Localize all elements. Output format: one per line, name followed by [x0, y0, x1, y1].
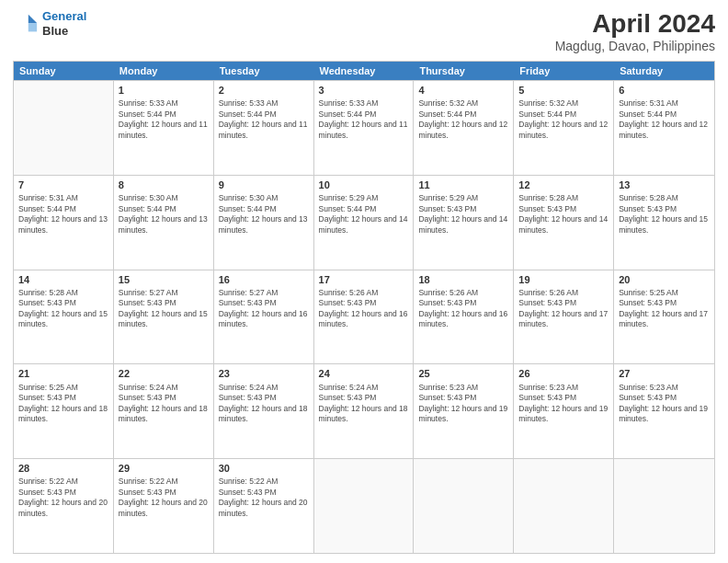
calendar-cell: 22Sunrise: 5:24 AMSunset: 5:43 PMDayligh… — [114, 364, 214, 458]
day-info: Sunrise: 5:24 AMSunset: 5:43 PMDaylight:… — [319, 383, 409, 425]
day-info: Sunrise: 5:26 AMSunset: 5:43 PMDaylight:… — [319, 288, 409, 330]
calendar-header-cell-wednesday: Wednesday — [314, 62, 415, 80]
logo-icon — [13, 11, 39, 37]
day-number: 28 — [18, 462, 108, 475]
calendar-cell: 11Sunrise: 5:29 AMSunset: 5:43 PMDayligh… — [414, 176, 514, 270]
calendar-cell — [14, 81, 114, 175]
calendar-cell — [414, 459, 514, 553]
day-number: 13 — [619, 178, 710, 191]
day-info: Sunrise: 5:29 AMSunset: 5:44 PMDaylight:… — [319, 193, 409, 236]
calendar-header-cell-sunday: Sunday — [14, 62, 114, 80]
day-info: Sunrise: 5:25 AMSunset: 5:43 PMDaylight:… — [18, 383, 108, 425]
day-number: 9 — [219, 178, 309, 191]
calendar-cell: 9Sunrise: 5:30 AMSunset: 5:44 PMDaylight… — [214, 176, 314, 270]
calendar-cell: 16Sunrise: 5:27 AMSunset: 5:43 PMDayligh… — [214, 270, 314, 364]
day-number: 27 — [619, 367, 710, 380]
month-title: April 2024 — [555, 9, 715, 39]
calendar-cell: 6Sunrise: 5:31 AMSunset: 5:44 PMDaylight… — [614, 81, 714, 175]
day-number: 16 — [219, 273, 309, 286]
calendar-cell: 1Sunrise: 5:33 AMSunset: 5:44 PMDaylight… — [114, 81, 214, 175]
calendar-week-2: 7Sunrise: 5:31 AMSunset: 5:44 PMDaylight… — [14, 175, 714, 270]
calendar-cell: 15Sunrise: 5:27 AMSunset: 5:43 PMDayligh… — [114, 270, 214, 364]
day-info: Sunrise: 5:27 AMSunset: 5:43 PMDaylight:… — [119, 288, 209, 330]
day-info: Sunrise: 5:33 AMSunset: 5:44 PMDaylight:… — [219, 98, 309, 141]
logo: General Blue — [13, 9, 86, 38]
calendar-cell: 26Sunrise: 5:23 AMSunset: 5:43 PMDayligh… — [514, 364, 614, 458]
day-info: Sunrise: 5:33 AMSunset: 5:44 PMDaylight:… — [119, 98, 209, 141]
calendar-cell: 12Sunrise: 5:28 AMSunset: 5:43 PMDayligh… — [514, 176, 614, 270]
day-info: Sunrise: 5:30 AMSunset: 5:44 PMDaylight:… — [119, 193, 209, 236]
day-info: Sunrise: 5:29 AMSunset: 5:43 PMDaylight:… — [418, 193, 508, 236]
calendar-header-row: SundayMondayTuesdayWednesdayThursdayFrid… — [14, 62, 714, 80]
day-info: Sunrise: 5:25 AMSunset: 5:43 PMDaylight:… — [619, 288, 710, 330]
day-number: 26 — [518, 367, 609, 380]
day-number: 8 — [119, 178, 209, 191]
day-number: 2 — [219, 84, 309, 97]
calendar-cell: 24Sunrise: 5:24 AMSunset: 5:43 PMDayligh… — [314, 364, 415, 458]
day-info: Sunrise: 5:22 AMSunset: 5:43 PMDaylight:… — [219, 477, 309, 519]
day-info: Sunrise: 5:23 AMSunset: 5:43 PMDaylight:… — [518, 383, 609, 425]
calendar-cell: 21Sunrise: 5:25 AMSunset: 5:43 PMDayligh… — [14, 364, 114, 458]
calendar-header-cell-saturday: Saturday — [614, 62, 714, 80]
day-number: 5 — [518, 84, 609, 97]
calendar-cell: 2Sunrise: 5:33 AMSunset: 5:44 PMDaylight… — [214, 81, 314, 175]
calendar-cell: 17Sunrise: 5:26 AMSunset: 5:43 PMDayligh… — [314, 270, 415, 364]
calendar-cell: 5Sunrise: 5:32 AMSunset: 5:44 PMDaylight… — [514, 81, 614, 175]
day-info: Sunrise: 5:28 AMSunset: 5:43 PMDaylight:… — [619, 193, 710, 236]
calendar-cell: 7Sunrise: 5:31 AMSunset: 5:44 PMDaylight… — [14, 176, 114, 270]
calendar-cell: 29Sunrise: 5:22 AMSunset: 5:43 PMDayligh… — [114, 459, 214, 553]
calendar-week-3: 14Sunrise: 5:28 AMSunset: 5:43 PMDayligh… — [14, 270, 714, 364]
logo-line1: General — [42, 9, 86, 23]
day-number: 21 — [18, 367, 108, 380]
day-number: 20 — [619, 273, 710, 286]
day-number: 19 — [518, 273, 609, 286]
calendar-cell: 23Sunrise: 5:24 AMSunset: 5:43 PMDayligh… — [214, 364, 314, 458]
calendar-week-1: 1Sunrise: 5:33 AMSunset: 5:44 PMDaylight… — [14, 80, 714, 175]
day-info: Sunrise: 5:23 AMSunset: 5:43 PMDaylight:… — [418, 383, 508, 425]
day-number: 18 — [418, 273, 508, 286]
day-number: 17 — [319, 273, 409, 286]
calendar-header-cell-thursday: Thursday — [414, 62, 514, 80]
day-number: 12 — [518, 178, 609, 191]
calendar-cell: 30Sunrise: 5:22 AMSunset: 5:43 PMDayligh… — [214, 459, 314, 553]
day-info: Sunrise: 5:31 AMSunset: 5:44 PMDaylight:… — [18, 193, 108, 236]
calendar-cell — [514, 459, 614, 553]
day-info: Sunrise: 5:22 AMSunset: 5:43 PMDaylight:… — [18, 477, 108, 519]
calendar-cell — [314, 459, 415, 553]
day-number: 4 — [418, 84, 508, 97]
day-info: Sunrise: 5:30 AMSunset: 5:44 PMDaylight:… — [219, 193, 309, 236]
logo-text: General Blue — [42, 9, 86, 38]
calendar-cell: 20Sunrise: 5:25 AMSunset: 5:43 PMDayligh… — [614, 270, 714, 364]
day-number: 24 — [319, 367, 409, 380]
day-info: Sunrise: 5:24 AMSunset: 5:43 PMDaylight:… — [219, 383, 309, 425]
calendar-cell: 28Sunrise: 5:22 AMSunset: 5:43 PMDayligh… — [14, 459, 114, 553]
calendar-cell: 8Sunrise: 5:30 AMSunset: 5:44 PMDaylight… — [114, 176, 214, 270]
location: Magdug, Davao, Philippines — [555, 39, 715, 53]
day-info: Sunrise: 5:24 AMSunset: 5:43 PMDaylight:… — [119, 383, 209, 425]
day-number: 25 — [418, 367, 508, 380]
day-info: Sunrise: 5:32 AMSunset: 5:44 PMDaylight:… — [518, 98, 609, 141]
calendar-cell: 14Sunrise: 5:28 AMSunset: 5:43 PMDayligh… — [14, 270, 114, 364]
calendar-week-4: 21Sunrise: 5:25 AMSunset: 5:43 PMDayligh… — [14, 363, 714, 458]
calendar-cell: 25Sunrise: 5:23 AMSunset: 5:43 PMDayligh… — [414, 364, 514, 458]
day-info: Sunrise: 5:26 AMSunset: 5:43 PMDaylight:… — [418, 288, 508, 330]
calendar: SundayMondayTuesdayWednesdayThursdayFrid… — [13, 61, 715, 554]
day-info: Sunrise: 5:22 AMSunset: 5:43 PMDaylight:… — [119, 477, 209, 519]
calendar-week-5: 28Sunrise: 5:22 AMSunset: 5:43 PMDayligh… — [14, 458, 714, 553]
calendar-cell: 4Sunrise: 5:32 AMSunset: 5:44 PMDaylight… — [414, 81, 514, 175]
day-number: 29 — [119, 462, 209, 475]
day-info: Sunrise: 5:27 AMSunset: 5:43 PMDaylight:… — [219, 288, 309, 330]
calendar-cell: 19Sunrise: 5:26 AMSunset: 5:43 PMDayligh… — [514, 270, 614, 364]
calendar-cell: 10Sunrise: 5:29 AMSunset: 5:44 PMDayligh… — [314, 176, 415, 270]
day-number: 6 — [619, 84, 710, 97]
day-number: 1 — [119, 84, 209, 97]
day-info: Sunrise: 5:32 AMSunset: 5:44 PMDaylight:… — [418, 98, 508, 141]
day-info: Sunrise: 5:26 AMSunset: 5:43 PMDaylight:… — [518, 288, 609, 330]
svg-marker-1 — [28, 23, 37, 31]
header: General Blue April 2024 Magdug, Davao, P… — [13, 9, 715, 53]
day-info: Sunrise: 5:31 AMSunset: 5:44 PMDaylight:… — [619, 98, 710, 141]
calendar-cell — [614, 459, 714, 553]
day-number: 7 — [18, 178, 108, 191]
day-number: 3 — [319, 84, 409, 97]
day-info: Sunrise: 5:23 AMSunset: 5:43 PMDaylight:… — [619, 383, 710, 425]
